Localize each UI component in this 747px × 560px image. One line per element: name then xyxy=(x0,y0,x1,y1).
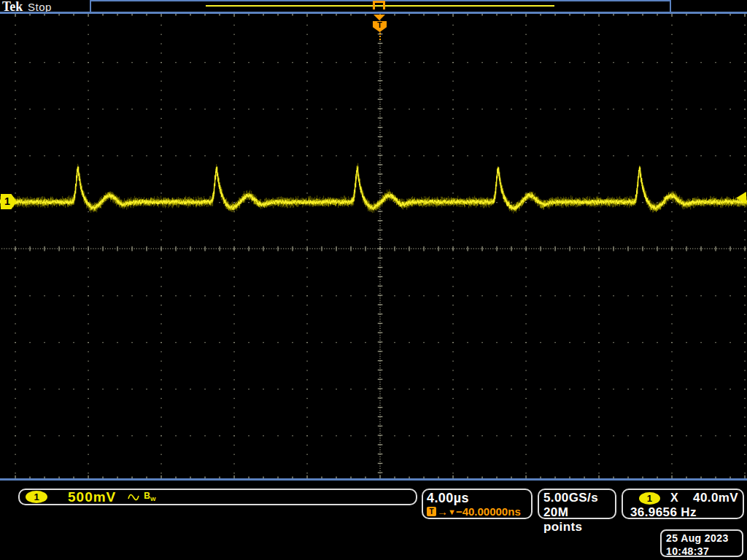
arrow-right-icon: → xyxy=(437,505,448,518)
sample-rate: 5.00GS/s xyxy=(543,491,611,505)
trigger-source-badge: 1 xyxy=(639,492,660,505)
trigger-position-line xyxy=(379,33,381,42)
expansion-point-icon xyxy=(373,1,385,9)
channel1-readout[interactable]: 1 500mV BW xyxy=(18,489,417,505)
trigger-t-badge: T xyxy=(427,507,436,516)
trigger-position-readout: T → ▼ −40.00000ns xyxy=(427,505,527,518)
bandwidth-limit-icon: BW xyxy=(144,491,155,502)
oscilloscope-screen: Tek Stop T 1 1 500mV BW 4.00µs T → ▼ xyxy=(0,0,747,560)
channel1-scale: 500mV xyxy=(68,489,116,505)
time-label: 10:48:37 xyxy=(666,545,738,558)
channel1-badge: 1 xyxy=(26,491,47,503)
trigger-readout[interactable]: 1 X 40.0mV 36.9656 Hz xyxy=(622,489,744,519)
triangle-down-icon: ▼ xyxy=(448,508,456,516)
trigger-position-arrow-icon[interactable] xyxy=(374,15,385,20)
datetime-box: 25 Aug 2023 10:48:37 xyxy=(660,529,743,557)
trigger-level: 40.0mV xyxy=(693,491,738,505)
record-view-left-edge xyxy=(90,0,91,12)
record-length: 20M points xyxy=(543,505,611,534)
graticule-canvas xyxy=(0,14,747,478)
date-label: 25 Aug 2023 xyxy=(666,532,738,545)
ac-coupling-icon xyxy=(128,493,139,502)
horizontal-readout[interactable]: 4.00µs T → ▼ −40.00000ns xyxy=(422,489,533,519)
trigger-position-value: −40.00000ns xyxy=(456,505,521,518)
record-view-right-edge xyxy=(670,0,671,12)
acquisition-readout[interactable]: 5.00GS/s 20M points xyxy=(538,489,616,519)
horizontal-scale: 4.00µs xyxy=(427,491,527,505)
trigger-slope-icon: X xyxy=(670,491,678,505)
graticule-bottom-border xyxy=(0,478,747,481)
trigger-frequency: 36.9656 Hz xyxy=(627,505,738,520)
